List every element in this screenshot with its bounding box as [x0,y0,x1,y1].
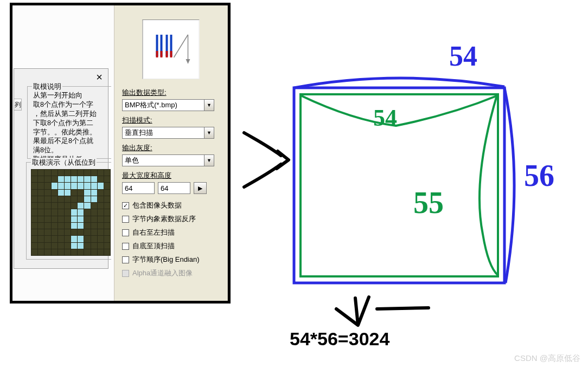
svg-rect-1 [156,51,158,57]
run-button[interactable]: ▶ [194,182,207,194]
arrow-down-icon [325,287,434,331]
group-description: 取模说明 从第一列开始向 取8个点作为一个字 ，然后从第二列开始 下取8个点作为… [27,86,111,159]
checkbox-icon[interactable] [122,229,129,236]
checkbox-icon [122,270,129,277]
scan-preview-icon [146,25,195,74]
scan-preview [143,20,200,79]
annot-inner-height: 55 [413,185,444,220]
watermark: CSDN @高原低谷 [514,353,580,364]
svg-line-8 [174,35,188,57]
arrow-right-icon [239,122,293,198]
checkbox-icon[interactable] [122,216,129,223]
checkbox-label: 字节顺序(Big Endian) [132,255,200,264]
height-input[interactable]: 64 [158,182,190,194]
settings-panel: 输出数据类型: BMP格式(*.bmp) ▼ 扫描模式: 垂直扫描 ▼ 输出灰度… [114,5,228,301]
equation-text: 54*56=3024 [290,328,389,350]
close-icon[interactable]: × [96,71,103,83]
output-type-value: BMP格式(*.bmp) [123,100,177,110]
group-demo: 取模演示（从低位到 [26,162,111,260]
tab-fragment: 刿 [14,99,22,111]
group-desc-text: 从第一列开始向 取8个点作为一个字 ，然后从第二列开始 下取8个点作为第二 字节… [28,87,111,166]
scan-mode-combo[interactable]: 垂直扫描 ▼ [122,127,214,139]
screenshot-frame: 刿 × 取模说明 从第一列开始向 取8个点作为一个字 ，然后从第二列开始 下取8… [10,3,231,304]
group-desc-title: 取模说明 [32,82,62,92]
checkbox-row-4[interactable]: 字节顺序(Big Endian) [122,255,222,264]
output-type-label: 输出数据类型: [122,88,222,98]
svg-rect-7 [170,51,172,57]
checkbox-icon[interactable] [122,243,129,250]
scan-mode-label: 扫描模式: [122,115,222,125]
pixel-grid [31,169,111,256]
svg-rect-5 [165,51,168,57]
checkbox-row-5: Alpha通道融入图像 [122,268,222,278]
checkbox-row-1[interactable]: 字节内象素数据反序 [122,214,222,224]
checkbox-label: 包含图像头数据 [132,201,182,210]
scan-mode-value: 垂直扫描 [123,128,153,138]
chevron-down-icon[interactable]: ▼ [204,127,214,138]
checkbox-row-0[interactable]: ✓包含图像头数据 [122,201,222,210]
checkbox-label: 自底至顶扫描 [132,241,175,251]
checkbox-icon[interactable] [122,256,129,263]
gray-label: 输出灰度: [122,143,222,153]
dim-label: 最大宽度和高度 [122,171,222,180]
gray-value: 单色 [123,156,139,165]
checkbox-label: 字节内象素数据反序 [132,214,196,224]
checkbox-row-3[interactable]: 自底至顶扫描 [122,241,222,251]
annot-outer-width: 54 [449,40,477,72]
width-input[interactable]: 64 [122,182,155,194]
annot-outer-height: 56 [524,158,554,193]
checkbox-label: 自右至左扫描 [132,228,175,237]
output-type-combo[interactable]: BMP格式(*.bmp) ▼ [122,99,214,111]
annot-inner-width: 54 [373,104,397,132]
chevron-down-icon[interactable]: ▼ [204,100,214,111]
left-partial-dialog: 刿 × 取模说明 从第一列开始向 取8个点作为一个字 ，然后从第二列开始 下取8… [14,68,108,269]
checkbox-icon[interactable]: ✓ [122,202,129,209]
checkbox-row-2[interactable]: 自右至左扫描 [122,228,222,237]
chevron-down-icon[interactable]: ▼ [204,155,214,166]
annotation-frames [287,72,526,294]
svg-rect-3 [160,51,162,57]
gray-combo[interactable]: 单色 ▼ [122,154,214,166]
group-demo-title: 取模演示（从低位到 [31,158,97,167]
checkbox-label: Alpha通道融入图像 [132,268,193,278]
